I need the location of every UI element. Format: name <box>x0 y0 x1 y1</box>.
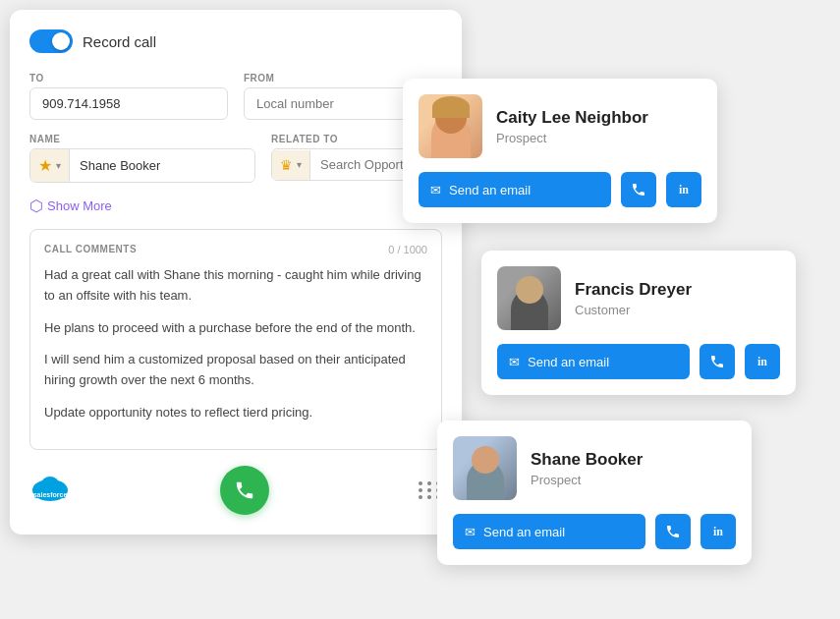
send-email-label-francis: Send an email <box>528 355 609 369</box>
related-badge: ♛ ▾ <box>272 150 310 180</box>
phone-icon-francis <box>709 354 725 369</box>
comments-count: 0 / 1000 <box>388 244 427 255</box>
comments-paragraph-1: Had a great call with Shane this morning… <box>44 265 427 307</box>
comments-text: Had a great call with Shane this morning… <box>44 265 427 423</box>
contact-card-shane: Shane Booker Prospect ✉ Send an email in <box>437 421 752 565</box>
name-label: NAME <box>29 134 255 144</box>
contact-name-shane: Shane Booker <box>531 450 643 470</box>
card-actions-caity: ✉ Send an email in <box>419 172 701 207</box>
crown-icon: ♛ <box>280 157 293 173</box>
keypad-dot <box>419 495 422 499</box>
avatar-caity <box>419 94 482 158</box>
name-input-wrapper: ★ ▾ <box>29 148 255 183</box>
svg-point-3 <box>41 477 59 492</box>
avatar-hair <box>432 96 470 118</box>
card-top-caity: Caity Lee Neighbor Prospect <box>419 94 701 158</box>
linkedin-button-shane[interactable]: in <box>700 514 736 549</box>
show-more-row: ⬡ Show More <box>29 197 442 215</box>
to-group: TO <box>29 73 228 120</box>
envelope-icon: ✉ <box>430 183 441 197</box>
contact-info-caity: Caity Lee Neighbor Prospect <box>496 108 648 145</box>
comments-label: CALL COMMENTS <box>44 244 137 255</box>
show-more-link[interactable]: Show More <box>47 198 112 213</box>
phone-icon-caity <box>631 182 646 197</box>
salesforce-logo: salesforce <box>29 475 71 506</box>
phone-button-caity[interactable] <box>621 172 656 207</box>
contact-role-shane: Prospect <box>531 473 643 487</box>
send-email-label-caity: Send an email <box>449 183 531 197</box>
avatar-francis <box>497 266 561 330</box>
call-comments-box: CALL COMMENTS 0 / 1000 Had a great call … <box>29 229 442 450</box>
name-badge: ★ ▾ <box>30 149 70 182</box>
salesforce-logo-svg: salesforce <box>29 475 71 502</box>
send-email-button-francis[interactable]: ✉ Send an email <box>497 344 690 379</box>
contact-card-francis: Francis Dreyer Customer ✉ Send an email … <box>481 251 796 395</box>
name-group: NAME ★ ▾ <box>29 134 255 183</box>
phone-icon <box>234 479 255 501</box>
name-input[interactable] <box>70 150 254 181</box>
card-actions-shane: ✉ Send an email in <box>453 514 736 549</box>
contact-info-francis: Francis Dreyer Customer <box>575 280 692 317</box>
contact-role-caity: Prospect <box>496 131 648 145</box>
contact-info-shane: Shane Booker Prospect <box>531 450 643 487</box>
keypad-dot <box>419 488 422 492</box>
comments-header: CALL COMMENTS 0 / 1000 <box>44 244 427 255</box>
keypad-dot <box>427 481 431 485</box>
phone-icon-shane <box>665 524 681 539</box>
show-more-icon: ⬡ <box>29 197 43 215</box>
comments-paragraph-3: I will send him a customized proposal ba… <box>44 350 427 391</box>
card-top-francis: Francis Dreyer Customer <box>497 266 780 330</box>
contact-card-caity: Caity Lee Neighbor Prospect ✉ Send an em… <box>403 79 717 223</box>
svg-text:salesforce: salesforce <box>33 491 68 498</box>
keypad-dot <box>419 481 422 485</box>
send-email-button-shane[interactable]: ✉ Send an email <box>453 514 645 549</box>
send-email-label-shane: Send an email <box>483 525 565 539</box>
record-call-label: Record call <box>83 33 156 50</box>
phone-button-shane[interactable] <box>655 514 691 549</box>
avatar-shane <box>453 436 517 500</box>
comments-paragraph-4: Update opportunity notes to reflect tier… <box>44 403 427 423</box>
related-chevron-icon: ▾ <box>297 159 302 170</box>
phone-panel: Record call TO FROM NAME ★ ▾ RELATED TO <box>10 10 462 535</box>
contact-name-francis: Francis Dreyer <box>575 280 692 300</box>
envelope-icon-shane: ✉ <box>465 525 476 539</box>
card-top-shane: Shane Booker Prospect <box>453 436 736 500</box>
linkedin-button-francis[interactable]: in <box>745 344 780 379</box>
call-button[interactable] <box>220 466 269 515</box>
star-icon: ★ <box>38 156 52 175</box>
name-chevron-icon: ▾ <box>56 160 61 171</box>
send-email-button-caity[interactable]: ✉ Send an email <box>419 172 611 207</box>
to-from-row: TO FROM <box>29 73 442 120</box>
phone-button-francis[interactable] <box>700 344 735 379</box>
contact-role-francis: Customer <box>575 303 692 317</box>
record-call-toggle[interactable] <box>29 29 73 53</box>
phone-footer: salesforce <box>29 466 442 515</box>
name-related-row: NAME ★ ▾ RELATED TO ♛ ▾ <box>29 134 442 183</box>
contact-name-caity: Caity Lee Neighbor <box>496 108 648 128</box>
linkedin-button-caity[interactable]: in <box>666 172 701 207</box>
envelope-icon-francis: ✉ <box>509 355 520 369</box>
to-input[interactable] <box>29 87 228 120</box>
to-label: TO <box>29 73 228 84</box>
card-actions-francis: ✉ Send an email in <box>497 344 780 379</box>
keypad-dot <box>427 495 431 499</box>
keypad-dot <box>427 488 431 492</box>
comments-paragraph-2: He plans to proceed with a purchase befo… <box>44 318 427 339</box>
